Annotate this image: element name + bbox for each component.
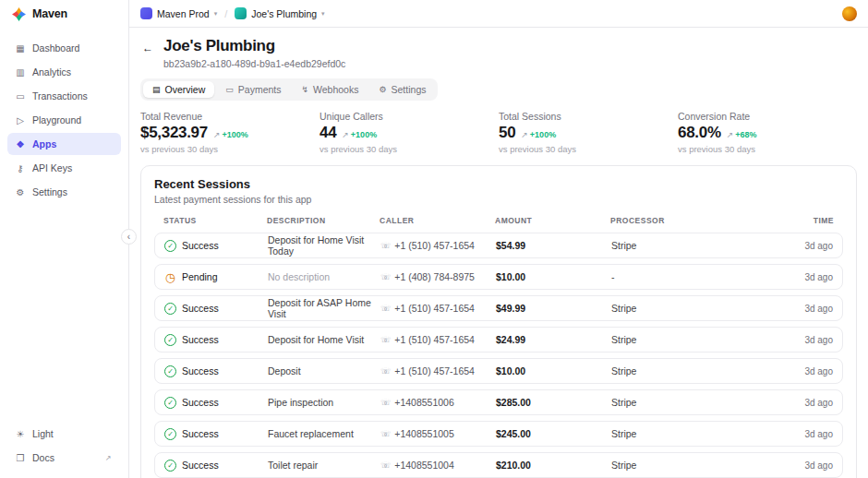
brand-header: Maven xyxy=(7,0,121,28)
phone-icon xyxy=(380,429,391,438)
tab[interactable]: Webhooks xyxy=(292,81,368,98)
tab[interactable]: Overview xyxy=(143,81,214,98)
sidebar-item-label: Settings xyxy=(32,186,67,197)
column-header: CALLER xyxy=(380,216,495,225)
breadcrumb-separator: / xyxy=(224,8,227,19)
table-row[interactable]: Success Pipe inspection +1408551006 $285… xyxy=(154,389,843,415)
description-cell: Deposit for Home Visit xyxy=(268,334,380,345)
stat-card: Total Sessions 50 +100% vs previous 30 d… xyxy=(499,111,678,154)
status-label: Success xyxy=(182,303,219,314)
tab-label: Overview xyxy=(165,84,206,95)
page-content: Joe's Plumbing bb23a9b2-a180-489d-b9a1-e… xyxy=(129,28,868,478)
sidebar-nav: Dashboard Analytics Transactions Playgro… xyxy=(7,37,121,203)
analytics-icon xyxy=(15,67,26,78)
sidebar-item[interactable]: Transactions xyxy=(7,85,121,107)
status-cell: Success xyxy=(164,365,268,377)
caller-cell: +1408551004 xyxy=(380,460,496,471)
time-cell: 3d ago xyxy=(781,272,833,282)
time-cell: 3d ago xyxy=(781,335,833,345)
sidebar-item[interactable]: Settings xyxy=(7,181,121,203)
topbar: Maven Prod / Joe's Plumbing xyxy=(129,0,868,28)
sidebar-item[interactable]: Dashboard xyxy=(7,37,121,59)
org-switcher[interactable]: Maven Prod xyxy=(140,7,217,19)
processor-cell: Stripe xyxy=(611,240,781,251)
table-row[interactable]: Success Deposit for Home Visit Today +1 … xyxy=(154,233,843,258)
table-row[interactable]: Pending No description +1 (408) 784-8975… xyxy=(154,264,843,290)
project-icon xyxy=(235,7,247,19)
sidebar-item-label: API Keys xyxy=(32,162,72,173)
description-cell: Faucet replacement xyxy=(268,428,380,439)
stat-delta: +68% xyxy=(735,130,756,139)
app-id: bb23a9b2-a180-489d-b9a1-e4edb29efd0c xyxy=(163,58,345,69)
status-label: Success xyxy=(182,428,219,439)
description-cell: Deposit for Home Visit Today xyxy=(268,234,380,257)
table-row[interactable]: Success Deposit for Home Visit +1 (510) … xyxy=(154,327,843,353)
pending-icon xyxy=(164,271,176,283)
phone-icon xyxy=(380,304,391,313)
success-icon xyxy=(164,397,176,409)
docs-link[interactable]: Docs xyxy=(7,447,121,469)
sidebar-collapse-button[interactable] xyxy=(121,229,137,245)
back-icon xyxy=(142,42,153,54)
recent-sessions-card: Recent Sessions Latest payment sessions … xyxy=(140,165,857,478)
docs-label: Docs xyxy=(32,452,54,463)
project-switcher[interactable]: Joe's Plumbing xyxy=(235,7,324,19)
project-name: Joe's Plumbing xyxy=(251,8,317,19)
success-icon xyxy=(164,334,176,346)
processor-cell: Stripe xyxy=(611,303,781,314)
chevron-down-icon xyxy=(321,10,325,18)
table-row[interactable]: Success Faucet replacement +1408551005 $… xyxy=(154,421,843,447)
page-header: Joe's Plumbing bb23a9b2-a180-489d-b9a1-e… xyxy=(140,37,857,69)
stat-line: $5,323.97 +100% xyxy=(140,124,319,142)
amount-cell: $210.00 xyxy=(496,460,611,471)
time-cell: 3d ago xyxy=(781,398,833,408)
table-row[interactable]: Success Toilet repair +1408551004 $210.0… xyxy=(154,452,843,478)
caller-cell: +1 (510) 457-1654 xyxy=(380,334,496,345)
stat-value: 50 xyxy=(499,124,515,142)
phone-icon xyxy=(380,272,391,281)
stat-subtext: vs previous 30 days xyxy=(319,144,499,154)
api-keys-icon xyxy=(15,163,26,173)
trend-up-icon xyxy=(727,130,734,139)
description-cell: Pipe inspection xyxy=(268,397,380,408)
trend-up-icon xyxy=(342,130,349,139)
sidebar: Maven Dashboard Analytics Transactions xyxy=(0,0,129,478)
column-header: TIME xyxy=(782,216,834,225)
column-header: STATUS xyxy=(163,216,267,225)
payments-icon xyxy=(225,85,234,94)
amount-cell: $245.00 xyxy=(496,428,611,439)
tab[interactable]: Payments xyxy=(216,81,290,98)
sidebar-item[interactable]: Analytics xyxy=(7,61,121,83)
status-label: Success xyxy=(182,460,219,471)
description-cell: Deposit xyxy=(268,365,380,376)
caller-number: +1408551006 xyxy=(394,397,454,408)
main-area: Maven Prod / Joe's Plumbing Joe's Plumbi… xyxy=(129,0,868,478)
table-row[interactable]: Success Deposit +1 (510) 457-1654 $10.00… xyxy=(154,358,843,384)
table-header: STATUS DESCRIPTION CALLER AMOUNT PROCESS… xyxy=(154,216,843,233)
status-cell: Success xyxy=(164,240,268,252)
stat-trend: +100% xyxy=(521,130,556,139)
stat-trend: +68% xyxy=(727,130,757,139)
org-icon xyxy=(140,7,152,19)
stat-value: 68.0% xyxy=(678,124,721,142)
tab[interactable]: Settings xyxy=(369,81,435,98)
chevron-down-icon xyxy=(214,10,218,18)
status-label: Success xyxy=(182,365,219,376)
sidebar-item[interactable]: Apps xyxy=(7,133,121,155)
back-button[interactable] xyxy=(140,41,155,55)
success-icon xyxy=(164,303,176,315)
avatar[interactable] xyxy=(842,6,857,21)
card-title: Recent Sessions xyxy=(154,177,843,191)
success-icon xyxy=(164,240,176,252)
stat-value: 44 xyxy=(319,124,336,142)
column-header: DESCRIPTION xyxy=(267,216,380,225)
sidebar-item[interactable]: API Keys xyxy=(7,157,121,179)
processor-cell: Stripe xyxy=(611,397,781,408)
processor-cell: Stripe xyxy=(611,334,781,345)
sidebar-item[interactable]: Playground xyxy=(7,109,121,131)
theme-toggle[interactable]: Light xyxy=(7,423,121,445)
playground-icon xyxy=(15,115,26,125)
table-row[interactable]: Success Deposit for ASAP Home Visit +1 (… xyxy=(154,295,843,321)
processor-cell: - xyxy=(611,271,781,282)
stat-delta: +100% xyxy=(530,130,556,139)
